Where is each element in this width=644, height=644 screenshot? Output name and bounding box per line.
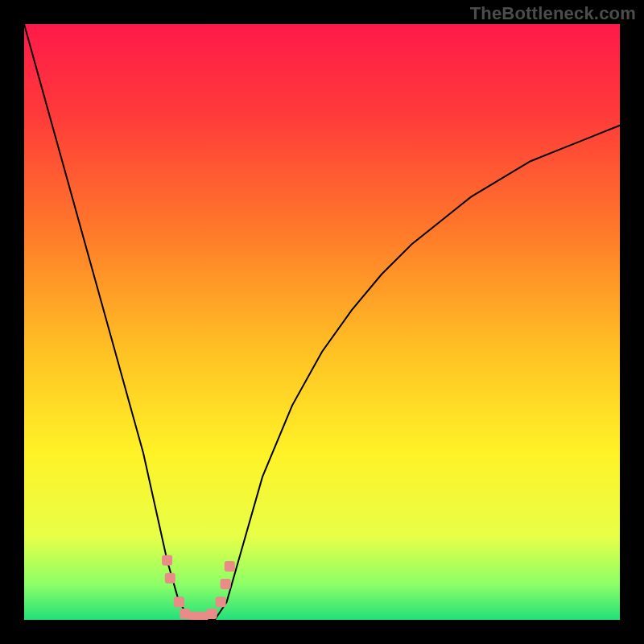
curve-marker: [165, 573, 175, 584]
curve-marker: [225, 561, 235, 572]
curve-marker: [221, 579, 231, 589]
watermark-text: TheBottleneck.com: [470, 3, 636, 24]
chart-frame: TheBottleneck.com: [0, 0, 644, 644]
curve-marker: [207, 609, 217, 619]
curve-marker: [174, 597, 184, 607]
curve-marker: [198, 612, 208, 620]
curve-marker: [162, 555, 172, 566]
curve-marker: [216, 597, 226, 607]
bottleneck-chart: [24, 24, 620, 620]
chart-svg: [24, 24, 620, 620]
curve-marker: [180, 609, 190, 619]
curve-marker: [188, 612, 199, 620]
chart-background: [24, 24, 620, 620]
